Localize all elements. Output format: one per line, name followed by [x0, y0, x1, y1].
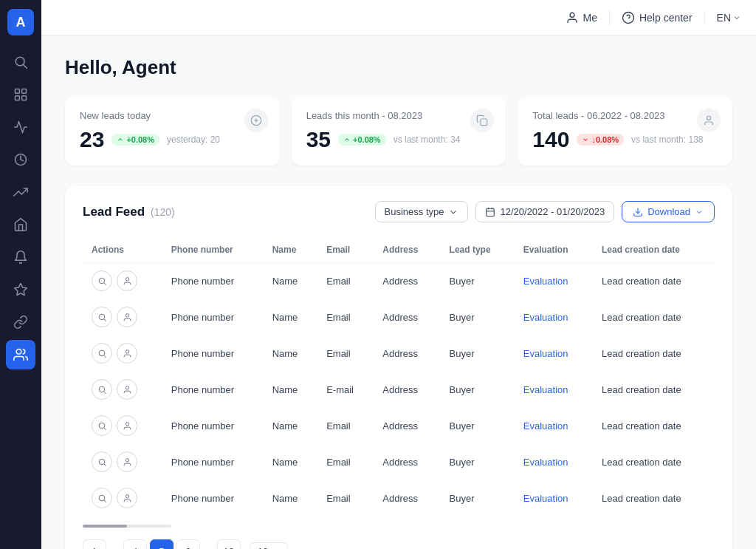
table-scroll-thumb [83, 525, 127, 528]
svg-line-41 [103, 499, 106, 502]
business-type-filter[interactable]: Business type [375, 201, 469, 222]
profile-action-btn-0[interactable] [117, 270, 137, 291]
language-selector[interactable]: EN [717, 12, 741, 24]
cell-address-0: Address [374, 263, 440, 299]
sidebar-item-dashboard[interactable] [6, 80, 35, 109]
sidebar-item-notifications[interactable] [6, 242, 35, 272]
download-button[interactable]: Download [622, 201, 715, 222]
svg-line-26 [103, 318, 106, 321]
svg-line-23 [103, 282, 106, 284]
search-action-btn-2[interactable] [92, 343, 112, 364]
cell-date-6: Lead creation date [593, 480, 715, 516]
search-action-btn-4[interactable] [92, 415, 112, 436]
sidebar-item-finance[interactable] [6, 145, 35, 174]
table-row: Phone number Name Email Address Buyer Ev… [83, 263, 715, 299]
cell-evaluation-3: Evaluation [515, 372, 593, 408]
cell-actions-3 [83, 372, 162, 408]
page-btn-5[interactable]: 5 [150, 539, 173, 549]
svg-point-30 [126, 349, 128, 352]
col-name: Name [264, 237, 318, 263]
svg-rect-3 [22, 89, 27, 94]
svg-point-40 [99, 495, 105, 501]
table-row: Phone number Name Email Address Buyer Ev… [83, 444, 715, 480]
svg-point-42 [126, 494, 128, 497]
profile-action-btn-3[interactable] [117, 379, 137, 400]
sidebar-item-analytics[interactable] [6, 112, 35, 142]
pagination: 1 ··· 4 5 6 ··· 12 10 [83, 539, 715, 549]
sidebar-item-growth[interactable] [6, 177, 35, 207]
cell-email-4: Email [317, 408, 374, 444]
topbar-divider-1 [609, 10, 610, 25]
cell-evaluation-5: Evaluation [515, 444, 593, 480]
evaluation-link-2[interactable]: Evaluation [523, 348, 568, 359]
download-label: Download [647, 206, 690, 217]
cell-lead-type-0: Buyer [441, 263, 515, 299]
cell-address-2: Address [374, 335, 440, 372]
cell-date-2: Lead creation date [593, 335, 715, 372]
table-row: Phone number Name Email Address Buyer Ev… [83, 335, 715, 372]
profile-action-btn-6[interactable] [117, 488, 137, 508]
search-action-btn-5[interactable] [92, 451, 112, 472]
cell-email-1: Email [317, 299, 374, 335]
svg-rect-2 [16, 89, 20, 94]
stat-badge-0: +0.08% [111, 134, 159, 146]
col-address: Address [374, 237, 440, 263]
table-body: Phone number Name Email Address Buyer Ev… [83, 263, 715, 516]
stat-secondary-1: vs last month: 34 [394, 134, 461, 145]
stat-secondary-0: yesterday: 20 [167, 134, 220, 145]
per-page-selector[interactable]: 10 [250, 542, 288, 550]
cell-address-1: Address [374, 299, 440, 335]
sidebar-item-integrations[interactable] [6, 307, 35, 337]
evaluation-link-6[interactable]: Evaluation [523, 493, 568, 504]
evaluation-link-1[interactable]: Evaluation [523, 312, 568, 323]
evaluation-link-4[interactable]: Evaluation [523, 420, 568, 432]
profile-action-btn-4[interactable] [117, 415, 137, 436]
cell-address-5: Address [374, 444, 440, 480]
cell-date-0: Lead creation date [593, 263, 715, 299]
search-action-btn-1[interactable] [92, 307, 112, 327]
lead-feed-controls: Business type 12/20/2022 - 01/20/2023 Do… [375, 201, 715, 222]
sidebar-item-contacts[interactable] [6, 340, 35, 369]
search-action-btn-3[interactable] [92, 379, 112, 400]
table-row: Phone number Name Email Address Buyer Ev… [83, 480, 715, 516]
topbar-divider-2 [704, 10, 705, 25]
svg-rect-15 [481, 119, 487, 126]
profile-action-btn-2[interactable] [117, 343, 137, 364]
svg-line-32 [103, 391, 106, 393]
page-btn-1[interactable]: 1 [83, 539, 106, 549]
evaluation-link-0[interactable]: Evaluation [523, 276, 568, 287]
search-action-btn-6[interactable] [92, 488, 112, 508]
page-btn-12[interactable]: 12 [217, 539, 241, 549]
cell-phone-6: Phone number [162, 480, 264, 516]
table-row: Phone number Name E-mail Address Buyer E… [83, 372, 715, 408]
help-center-link[interactable]: Help center [622, 11, 693, 24]
user-menu[interactable]: Me [566, 11, 597, 24]
svg-line-29 [103, 355, 106, 357]
cell-phone-4: Phone number [162, 408, 264, 444]
lead-table-wrapper: Actions Phone number Name Email Address … [83, 237, 715, 528]
chevron-down-icon [448, 207, 458, 217]
main-area: Me Help center EN Hello, Agent New leads… [41, 0, 756, 549]
stat-icon-0 [244, 109, 268, 132]
evaluation-link-3[interactable]: Evaluation [523, 384, 568, 395]
stat-card-1: Leads this month - 08.2023 35 +0.08% vs … [292, 97, 506, 166]
sidebar-item-home[interactable] [6, 210, 35, 239]
evaluation-link-5[interactable]: Evaluation [523, 457, 568, 468]
cell-phone-1: Phone number [162, 299, 264, 335]
cell-evaluation-0: Evaluation [515, 263, 593, 299]
profile-action-btn-1[interactable] [117, 307, 137, 327]
lead-feed-title: Lead Feed (120) [83, 205, 175, 219]
sidebar-item-favorites[interactable] [6, 275, 35, 304]
sidebar-item-search[interactable] [6, 47, 35, 77]
svg-line-38 [103, 463, 106, 466]
svg-point-22 [99, 278, 105, 284]
page-btn-4[interactable]: 4 [123, 539, 147, 549]
search-action-btn-0[interactable] [92, 270, 112, 291]
date-range-picker[interactable]: 12/20/2022 - 01/20/2023 [475, 201, 614, 222]
page-btn-6[interactable]: 6 [176, 539, 200, 549]
help-label: Help center [639, 12, 693, 24]
profile-action-btn-5[interactable] [117, 451, 137, 472]
svg-point-31 [99, 386, 105, 392]
svg-point-28 [99, 350, 105, 356]
sidebar: A [0, 0, 41, 549]
